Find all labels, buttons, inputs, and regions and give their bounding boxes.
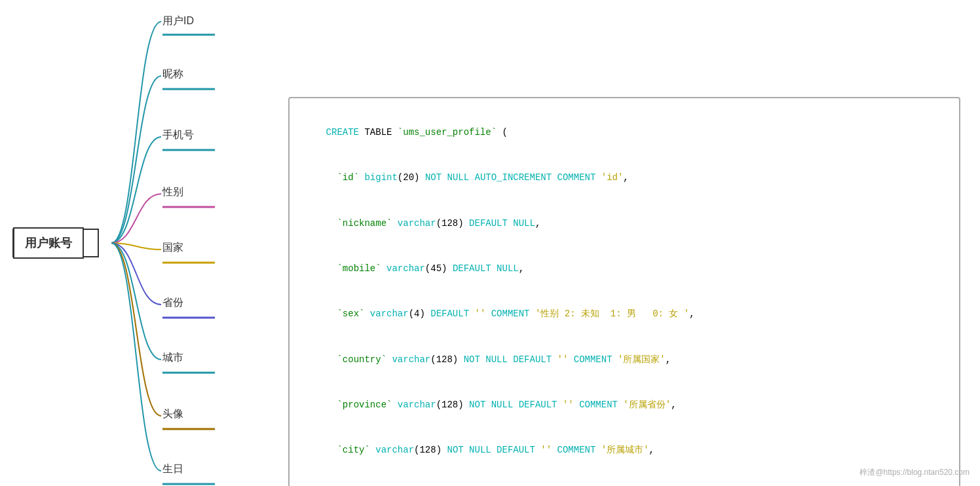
watermark: 梓渣@https://blog.ntan520.com [859,467,970,478]
branch-city: 城市 [162,351,183,365]
code-line-6: `province` varchar(128) NOT NULL DEFAULT… [304,383,945,428]
code-line-5: `country` varchar(128) NOT NULL DEFAULT … [304,337,945,382]
code-box: CREATE TABLE `ums_user_profile` ( `id` b… [288,97,960,486]
code-line-2: `nickname` varchar(128) DEFAULT NULL, [304,201,945,246]
code-line-8: `headimgurl` varchar(1024) NOT NULL DEFA… [304,473,945,486]
branch-headimg: 头像 [162,407,183,421]
code-line-3: `mobile` varchar(45) DEFAULT NULL, [304,246,945,291]
branch-mobile: 手机号 [162,128,194,142]
code-title: CREATE TABLE `ums_user_profile` ( [304,110,945,155]
code-line-1: `id` bigint(20) NOT NULL AUTO_INCREMENT … [304,155,945,200]
central-node: 用户账号 [13,227,84,259]
branch-sex: 性别 [162,185,183,199]
branch-userid: 用户ID [162,14,194,28]
code-line-7: `city` varchar(128) NOT NULL DEFAULT '' … [304,428,945,473]
mindmap: 用户账号 用户ID 昵称 手机号 性别 国家 省份 城市 头像 生日 [0,0,275,486]
branch-nickname: 昵称 [162,67,183,81]
branch-country: 国家 [162,241,183,255]
code-line-4: `sex` varchar(4) DEFAULT '' COMMENT '性别 … [304,291,945,337]
branch-birthday: 生日 [162,462,183,476]
branch-province: 省份 [162,296,183,310]
